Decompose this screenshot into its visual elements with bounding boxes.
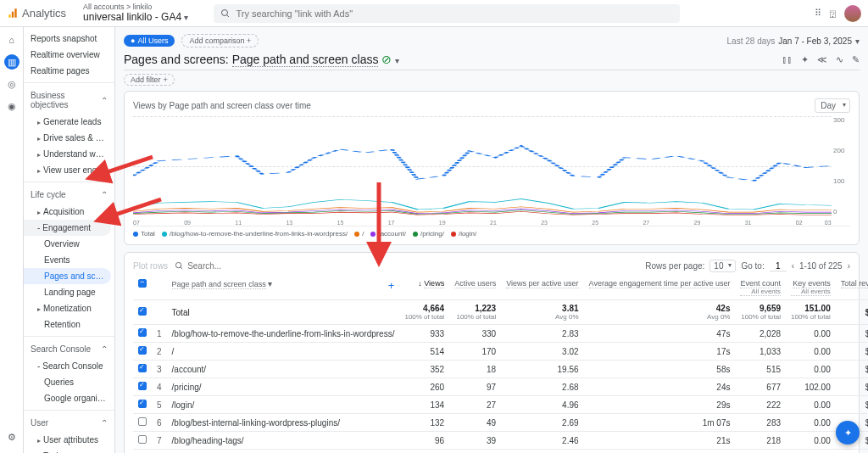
table-row[interactable]: 8/contact-us/71145.0728s1300.00$0.00 [133, 450, 868, 454]
col-avg-engagement[interactable]: Average engagement time per active user [589, 279, 731, 288]
row-cell: 134 [399, 396, 449, 414]
sidebar-realtime-pages[interactable]: Realtime pages [24, 63, 114, 79]
sidebar-group-business[interactable]: Business objectives⌃ [24, 87, 114, 114]
add-comparison-button[interactable]: Add comparison + [181, 34, 259, 48]
svg-rect-0 [8, 14, 10, 18]
table-row[interactable]: 1/blog/how-to-remove-the-underline-from-… [133, 325, 868, 343]
select-all-checkbox[interactable] [138, 279, 147, 288]
table-search-input[interactable] [187, 261, 295, 271]
prev-page-icon[interactable]: ‹ [792, 261, 794, 271]
table-row[interactable]: 5/login/134274.9629s2220.00$0.00 [133, 396, 868, 414]
sidebar-realtime-overview[interactable]: Realtime overview [24, 47, 114, 63]
insights-fab[interactable]: ✦ [836, 421, 860, 445]
dimension-picker[interactable]: Page path and screen class [232, 53, 379, 67]
advertising-icon[interactable]: ◉ [4, 98, 19, 114]
key-events-filter[interactable]: All events [791, 288, 831, 296]
row-checkbox[interactable] [138, 364, 147, 372]
rows-per-page-dropdown[interactable]: 10 [709, 260, 736, 272]
col-views-per-user[interactable]: Views per active user [506, 279, 578, 288]
sidebar-landing-page[interactable]: Landing page [24, 284, 114, 300]
col-views[interactable]: Views [424, 279, 444, 288]
explore-icon[interactable]: ◎ [4, 76, 19, 92]
sidebar-pages-screens[interactable]: Pages and screens [24, 268, 111, 284]
collapse-sidebar-icon[interactable]: ‹ [68, 439, 70, 448]
row-path[interactable]: /blog/how-to-remove-the-underline-from-l… [167, 325, 400, 343]
row-checkbox[interactable] [138, 400, 147, 408]
row-checkbox[interactable] [138, 382, 147, 390]
legend-item[interactable]: /blog/how-to-remove-the-underline-from-l… [162, 230, 348, 238]
sidebar-reports-snapshot[interactable]: Reports snapshot [24, 31, 114, 47]
granularity-dropdown[interactable]: Day [815, 98, 850, 113]
event-count-filter[interactable]: All events [740, 288, 781, 296]
row-checkbox[interactable] [138, 435, 147, 444]
col-active-users[interactable]: Active users [454, 279, 496, 288]
row-checkbox[interactable] [138, 346, 147, 355]
legend-item[interactable]: / [354, 230, 364, 238]
sidebar-eng-overview[interactable]: Overview [24, 236, 114, 252]
table-row[interactable]: 7/blog/heading-tags/96392.4621s2180.00$0… [133, 432, 868, 450]
sidebar-user-engagement[interactable]: View user engagement & rete... [24, 162, 114, 178]
dimension-header[interactable]: Page path and screen class [172, 280, 266, 289]
totals-checkbox[interactable] [138, 307, 147, 316]
sidebar-engagement[interactable]: Engagement [24, 220, 111, 236]
table-row[interactable]: 6/blog/best-internal-linking-wordpress-p… [133, 414, 868, 432]
legend-item[interactable]: /login/ [451, 230, 476, 238]
row-path[interactable]: /contact-us/ [167, 450, 400, 454]
share-icon[interactable]: ≪ [817, 54, 827, 65]
sidebar-group-user[interactable]: User⌃ [24, 414, 114, 432]
trend-icon[interactable]: ∿ [836, 54, 843, 65]
all-users-chip[interactable]: ●All Users [124, 35, 175, 47]
row-path[interactable]: / [167, 343, 400, 361]
next-page-icon[interactable]: › [848, 261, 850, 271]
row-path[interactable]: /blog/best-internal-linking-wordpress-pl… [167, 414, 400, 432]
sidebar-generate-leads[interactable]: Generate leads [24, 114, 114, 130]
add-dimension-icon[interactable]: + [388, 279, 395, 292]
avatar[interactable] [844, 5, 861, 22]
sidebar-acquisition[interactable]: Acquisition [24, 204, 114, 220]
row-checkbox[interactable] [138, 328, 147, 337]
global-search[interactable] [214, 4, 680, 23]
chevron-up-icon: ⌃ [101, 96, 108, 105]
search-input[interactable] [236, 8, 673, 19]
sidebar-sc-parent[interactable]: Search Console [24, 358, 114, 374]
sidebar-tech[interactable]: Tech [24, 448, 114, 453]
sidebar-group-lifecycle[interactable]: Life cycle⌃ [24, 186, 114, 204]
apps-icon[interactable]: ⠿ [815, 8, 821, 19]
sidebar-eng-events[interactable]: Events [24, 252, 114, 268]
legend-item[interactable]: /account/ [370, 230, 405, 238]
row-cell: 21s [584, 432, 736, 450]
sidebar-understand-app[interactable]: Understand web and/or app t... [24, 146, 114, 162]
sidebar-drive-sales[interactable]: Drive sales & conversions [24, 130, 114, 146]
sidebar-retention[interactable]: Retention [24, 316, 114, 333]
reports-icon[interactable]: ▥ [4, 54, 19, 70]
sidebar-sc-organic[interactable]: Google organic search traf... [24, 390, 114, 406]
legend-item[interactable]: Total [133, 230, 155, 238]
table-row[interactable]: 3/account/3521819.5658s5150.00$0.00 [133, 361, 868, 378]
legend-item[interactable]: /pricing/ [413, 230, 444, 238]
col-total-revenue[interactable]: Total revenue [841, 279, 868, 288]
row-path[interactable]: /blog/heading-tags/ [167, 432, 400, 450]
sidebar-sc-queries[interactable]: Queries [24, 374, 114, 390]
sidebar-group-search-console[interactable]: Search Console⌃ [24, 340, 114, 358]
help-icon[interactable]: ⍰ [830, 8, 836, 19]
logo[interactable]: Analytics [7, 7, 66, 20]
date-range-picker[interactable]: Last 28 days Jan 7 - Feb 3, 2025 ▾ [727, 36, 860, 46]
row-path[interactable]: /login/ [167, 396, 400, 414]
account-switcher[interactable]: All accounts > linkilo universal linkilo… [83, 3, 188, 23]
customize-icon[interactable]: ⫿⫿ [782, 54, 793, 65]
insights-icon[interactable]: ✦ [801, 54, 809, 65]
row-path[interactable]: /account/ [167, 361, 400, 378]
plot-rows-button[interactable]: Plot rows [133, 261, 168, 271]
home-icon[interactable]: ⌂ [4, 32, 19, 48]
edit-icon[interactable]: ✎ [852, 54, 860, 65]
row-checkbox[interactable] [138, 417, 147, 426]
row-path[interactable]: /pricing/ [167, 378, 400, 396]
table-row[interactable]: 2/5141703.0217s1,0330.00$0.00 [133, 343, 868, 361]
table-row[interactable]: 4/pricing/260972.6824s677102.00$0.00 [133, 378, 868, 396]
admin-gear-icon[interactable]: ⚙ [4, 429, 19, 445]
table-search[interactable] [175, 261, 638, 271]
sidebar-monetization[interactable]: Monetization [24, 300, 114, 316]
add-filter-button[interactable]: Add filter + [124, 74, 175, 86]
analytics-logo-icon [7, 8, 19, 20]
goto-input[interactable] [770, 261, 787, 271]
